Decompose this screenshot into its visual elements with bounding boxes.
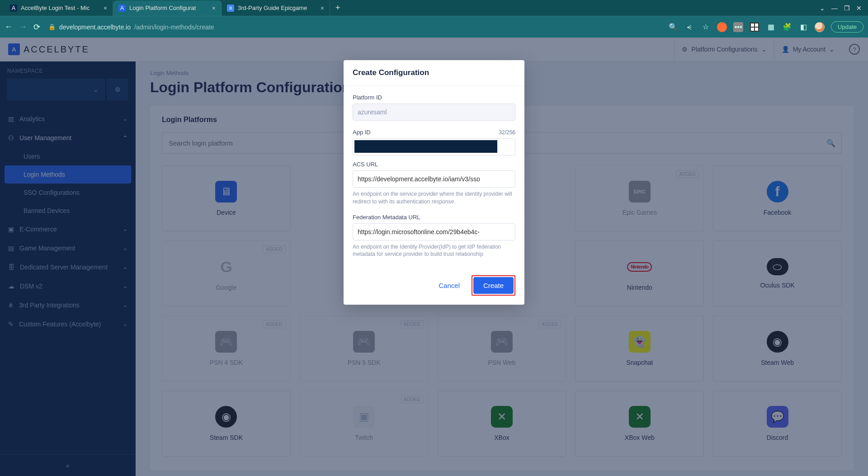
acs-url-help: An endpoint on the service provider wher… bbox=[353, 190, 515, 206]
federation-url-help: An endpoint on the Identity Provider(IdP… bbox=[353, 243, 515, 259]
extensions-puzzle-icon[interactable]: 🧩 bbox=[782, 22, 792, 32]
federation-url-input[interactable] bbox=[353, 223, 515, 240]
nav-back-icon[interactable]: ← bbox=[5, 22, 13, 32]
bookmark-star-icon[interactable]: ☆ bbox=[701, 22, 711, 32]
modal-title: Create Configuration bbox=[353, 68, 515, 77]
profile-avatar-icon[interactable] bbox=[815, 22, 825, 32]
browser-tab[interactable]: ≡ 3rd-Party Guide Epicgame × bbox=[222, 0, 330, 16]
acs-url-input[interactable] bbox=[353, 170, 515, 188]
extension-1-icon[interactable] bbox=[717, 22, 727, 32]
url-host: development.accelbyte.io bbox=[59, 24, 131, 31]
apps-grid-icon[interactable]: ▦ bbox=[766, 22, 776, 32]
sidepanel-icon[interactable]: ◧ bbox=[798, 22, 808, 32]
platform-id-input bbox=[353, 104, 515, 121]
browser-tabbar: A AccelByte Login Test - Mic ×A Login Pl… bbox=[0, 0, 868, 16]
cancel-button[interactable]: Cancel bbox=[437, 278, 462, 293]
lock-icon: 🔒 bbox=[48, 24, 56, 30]
federation-url-label: Federation Metadata URL bbox=[353, 214, 420, 221]
tab-close-icon[interactable]: × bbox=[212, 5, 216, 12]
zoom-icon[interactable]: 🔍 bbox=[668, 22, 678, 32]
window-close-icon[interactable]: ✕ bbox=[856, 5, 862, 12]
window-restore-icon[interactable]: ❐ bbox=[844, 5, 850, 12]
address-bar[interactable]: 🔒 development.accelbyte.io/admin/login-m… bbox=[46, 24, 663, 31]
create-button-highlight: Create bbox=[472, 275, 515, 296]
browser-update-button[interactable]: Update bbox=[831, 21, 863, 33]
tab-title: AccelByte Login Test - Mic bbox=[21, 5, 100, 11]
url-path: /admin/login-methods/create bbox=[134, 24, 214, 31]
extension-2-icon[interactable]: ••• bbox=[733, 22, 743, 32]
create-configuration-modal: Create Configuration Platform ID App ID … bbox=[344, 60, 524, 305]
tab-title: Login Platform Configurat bbox=[129, 5, 208, 11]
tab-close-icon[interactable]: × bbox=[321, 5, 324, 12]
create-button[interactable]: Create bbox=[473, 277, 514, 294]
nav-reload-icon[interactable]: ⟳ bbox=[33, 22, 40, 32]
new-tab-button[interactable]: + bbox=[330, 3, 346, 13]
extension-qr-icon[interactable] bbox=[750, 22, 760, 32]
browser-tab[interactable]: A AccelByte Login Test - Mic × bbox=[5, 0, 113, 16]
app-id-counter: 32/256 bbox=[499, 129, 515, 136]
window-minimize-icon[interactable]: — bbox=[831, 5, 838, 12]
acs-url-label: ACS URL bbox=[353, 161, 378, 168]
tab-favicon: ≡ bbox=[227, 5, 234, 12]
tab-favicon: A bbox=[118, 5, 126, 12]
nav-forward-icon[interactable]: → bbox=[19, 22, 27, 32]
share-icon[interactable]: ⪪ bbox=[684, 22, 694, 32]
tab-favicon: A bbox=[10, 5, 17, 12]
tab-close-icon[interactable]: × bbox=[104, 5, 107, 12]
browser-tab[interactable]: A Login Platform Configurat × bbox=[113, 0, 222, 16]
app-id-input[interactable] bbox=[353, 138, 515, 156]
tab-title: 3rd-Party Guide Epicgame bbox=[238, 5, 317, 11]
caret-down-icon[interactable]: ⌄ bbox=[820, 5, 825, 12]
app-id-label: App ID bbox=[353, 129, 371, 136]
platform-id-label: Platform ID bbox=[353, 94, 382, 101]
